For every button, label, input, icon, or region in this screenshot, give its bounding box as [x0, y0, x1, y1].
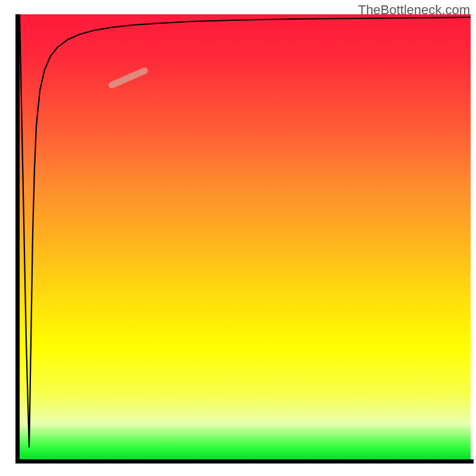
- chart-svg: [20, 14, 471, 459]
- bottleneck-curve: [20, 14, 471, 447]
- watermark-text: TheBottleneck.com: [358, 2, 470, 18]
- curve-highlight-segment: [112, 71, 145, 85]
- x-axis: [15, 459, 474, 464]
- y-axis: [15, 14, 20, 463]
